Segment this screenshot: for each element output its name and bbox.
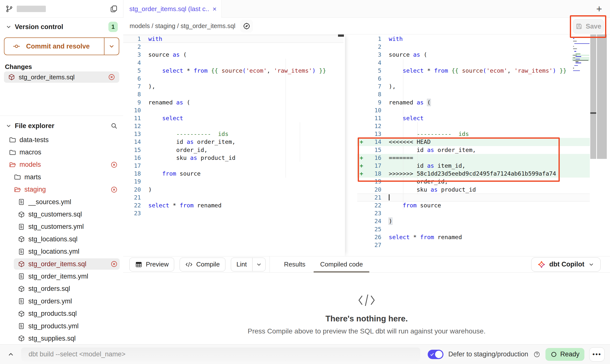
code-line[interactable]: +17 id as item_id, (345, 162, 610, 170)
minimap[interactable] (572, 38, 589, 73)
file-explorer-item[interactable]: data-tests (0, 134, 123, 146)
dbt-copilot-button[interactable]: dbt Copilot (531, 257, 601, 272)
code-line[interactable]: 25 (345, 225, 610, 233)
code-line[interactable]: 15 id as order_item, (345, 146, 610, 154)
file-explorer-item[interactable]: stg_customers.yml (0, 221, 123, 233)
file-explorer-item[interactable]: stg_orders.sql (0, 283, 123, 295)
file-explorer-item[interactable]: stg_orders.yml (0, 295, 123, 307)
plus-icon[interactable]: + (594, 3, 605, 14)
code-line[interactable]: 12 (123, 122, 345, 130)
scrollbar-track[interactable] (590, 34, 596, 159)
file-explorer-item[interactable]: stg_order_items.yml (0, 270, 123, 282)
help-circle-icon[interactable] (533, 351, 541, 358)
file-explorer-item[interactable]: staging (0, 183, 123, 196)
code-line[interactable]: 24) (345, 217, 610, 225)
code-line[interactable]: 2 (345, 43, 610, 51)
code-line[interactable]: 19 order_id, (345, 178, 610, 185)
code-line[interactable]: 20) (123, 186, 345, 194)
code-line[interactable]: +16======= (345, 154, 610, 162)
code-line[interactable]: 26select * from renamed (345, 233, 610, 241)
code-line[interactable]: 23 (345, 209, 610, 217)
code-line[interactable]: 22select * from renamed (123, 201, 345, 209)
code-line[interactable]: 15 order_id, (123, 146, 345, 154)
file-explorer-item[interactable]: stg_products.sql (0, 307, 123, 320)
code-line[interactable]: 23 (123, 209, 345, 217)
defer-toggle[interactable] (428, 350, 443, 359)
editor-pane-modified[interactable]: 1with23source as (45 select * from {{ so… (345, 34, 610, 256)
code-line[interactable]: 6 (345, 75, 610, 83)
scrollbar-thumb[interactable] (338, 34, 344, 37)
code-line[interactable]: 10 (123, 106, 345, 114)
file-explorer-item[interactable]: stg_products.yml (0, 320, 123, 332)
code-line[interactable]: 19 (123, 178, 345, 185)
commit-and-resolve-button[interactable]: Commit and resolve (4, 38, 104, 55)
code-line[interactable]: 5 select * from {{ source('ecom', 'raw_i… (345, 67, 610, 75)
code-line[interactable]: 16 sku as product_id (123, 154, 345, 162)
code-line[interactable]: 14 id as order_item, (123, 138, 345, 146)
code-line[interactable]: 9renamed as ( (345, 99, 610, 106)
code-line[interactable]: 22 from source (345, 201, 610, 209)
code-line[interactable]: 1with (345, 35, 610, 43)
file-explorer-item[interactable]: stg_locations.yml (0, 246, 123, 258)
remove-circle-icon[interactable] (108, 73, 115, 81)
git-branch-icon[interactable] (5, 5, 13, 13)
code-line[interactable]: 10 (345, 106, 610, 114)
file-explorer-item[interactable]: stg_locations.sql (0, 233, 123, 245)
file-explorer-header[interactable]: File explorer (0, 119, 123, 133)
scrollbar-track[interactable] (597, 34, 607, 159)
code-line[interactable]: +18>>>>>>> 58c1dd23d5eebd9cd2495fa7124ab… (345, 170, 610, 178)
editor-pane-original[interactable]: 1with23source as (45 select * from {{ so… (123, 34, 345, 256)
remove-circle-icon[interactable] (110, 161, 118, 168)
code-line[interactable]: 3source as ( (345, 51, 610, 59)
file-explorer-item[interactable]: stg_supplies.sql (0, 332, 123, 344)
code-line[interactable]: 4 (123, 59, 345, 67)
tab-results[interactable]: Results (284, 256, 305, 272)
preview-button[interactable]: Preview (129, 258, 174, 271)
changed-file-row[interactable]: stg_order_items.sql (4, 71, 119, 83)
code-line[interactable]: 11 select (345, 114, 610, 122)
compile-button[interactable]: Compile (180, 258, 225, 271)
code-line[interactable]: 27 (345, 241, 610, 249)
search-icon[interactable] (110, 122, 118, 130)
lint-button[interactable]: Lint (231, 258, 252, 271)
compass-lineage-icon[interactable] (240, 20, 253, 33)
code-line[interactable]: 7), (123, 83, 345, 90)
code-line[interactable]: 8 (345, 90, 610, 98)
code-line[interactable]: 9renamed as ( (123, 99, 345, 106)
branch-name-placeholder[interactable] (17, 6, 46, 12)
file-explorer-item[interactable]: macros (0, 146, 123, 158)
remove-circle-icon[interactable] (110, 186, 118, 193)
chevron-up-icon[interactable] (5, 349, 16, 360)
code-line[interactable]: 4 (345, 59, 610, 67)
copy-icon[interactable] (110, 5, 118, 13)
save-button[interactable]: Save (573, 19, 604, 33)
code-line[interactable]: 13 ---------- ids (123, 130, 345, 138)
code-line[interactable]: 17 (123, 162, 345, 170)
code-line[interactable]: 11 select (123, 114, 345, 122)
file-explorer-item[interactable]: __sources.yml (0, 196, 123, 208)
code-line[interactable]: 6 (123, 75, 345, 83)
code-line[interactable]: 13 ---------- ids (345, 130, 610, 138)
code-line[interactable]: 3source as ( (123, 51, 345, 59)
code-line[interactable]: 2 (123, 43, 345, 51)
commit-options-dropdown[interactable] (104, 38, 119, 55)
code-line[interactable]: 5 select * from {{ source('ecom', 'raw_i… (123, 67, 345, 75)
ellipsis-icon[interactable]: ••• (589, 347, 605, 362)
code-line[interactable]: 21 (345, 194, 610, 201)
file-explorer-item[interactable]: stg_order_items.sql (0, 258, 123, 270)
code-line[interactable]: 20 sku as product_id (345, 186, 610, 194)
code-line[interactable]: 18 from source (123, 170, 345, 178)
code-line[interactable]: 21 (123, 194, 345, 201)
tab-compiled-code[interactable]: Compiled code (320, 256, 363, 272)
code-line[interactable]: 8 (123, 90, 345, 98)
code-line[interactable]: 1with (123, 35, 345, 43)
file-explorer-item[interactable]: marts (0, 171, 123, 183)
close-icon[interactable]: × (213, 6, 217, 13)
remove-circle-icon[interactable] (110, 260, 118, 268)
chevron-down-icon[interactable] (252, 258, 265, 271)
file-explorer-item[interactable]: stg_customers.sql (0, 208, 123, 220)
file-explorer-item[interactable]: models (0, 159, 123, 171)
tab-stg-order-items[interactable]: stg_order_items.sql (last c... × (123, 0, 222, 18)
status-badge[interactable]: Ready (545, 348, 584, 361)
version-control-header[interactable]: Version control 1 (0, 21, 123, 33)
